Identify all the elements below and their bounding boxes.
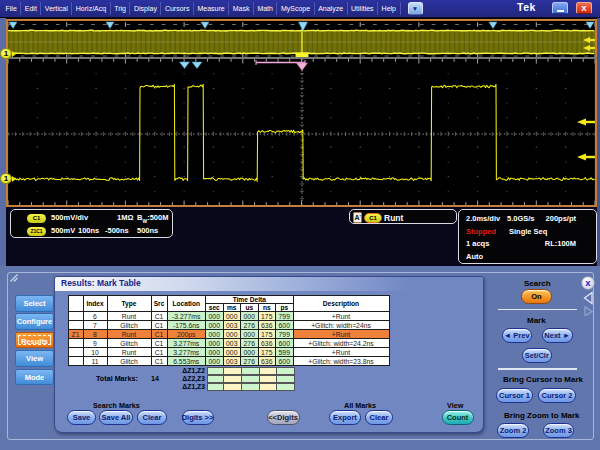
menu-item-help[interactable]: Help bbox=[378, 2, 400, 15]
menu-item-myscope[interactable]: MyScope bbox=[277, 2, 314, 15]
channel1-badge[interactable]: C1 bbox=[27, 214, 46, 223]
horizontal-readout-box[interactable]: 2.0ms/div5.0GS/s200ps/ptStoppedSingle Se… bbox=[458, 209, 597, 264]
trigger-mode: Auto bbox=[466, 252, 483, 261]
col-header-unit: ms bbox=[223, 304, 241, 312]
menu-item-file[interactable]: File bbox=[2, 2, 21, 15]
trigger-source-badge[interactable]: C1 bbox=[364, 213, 382, 223]
record-length: RL:100M bbox=[545, 239, 576, 248]
channel-impedance: 1MΩ bbox=[117, 213, 133, 222]
scope-display: 1 1 C1500mV/div1MΩBW:500MZ1C1500mV100ns-… bbox=[0, 17, 600, 266]
resize-grip-icon[interactable] bbox=[9, 273, 20, 284]
export-button[interactable]: Export bbox=[329, 410, 361, 425]
cursor2-button[interactable]: Cursor 2 bbox=[538, 388, 576, 403]
delta-zone-label: ΔZ1,Z2 bbox=[159, 367, 205, 374]
total-marks-value: 14 bbox=[151, 374, 159, 383]
col-header-type: Type bbox=[107, 296, 151, 312]
dialog-title: Results: Mark Table bbox=[55, 277, 483, 291]
col-header-unit: ps bbox=[276, 304, 294, 312]
zoom2-button[interactable]: Zoom 2 bbox=[497, 423, 529, 438]
delta-zone-row bbox=[207, 375, 295, 383]
menu-bar: FileEditVerticalHoriz/AcqTrigDisplayCurs… bbox=[0, 0, 600, 17]
mark-table-row[interactable]: 11GlitchC16.553ms000003276636600+Glitch:… bbox=[68, 357, 389, 366]
delta-zone-label: ΔZ2,Z3 bbox=[159, 375, 205, 382]
tab-mode[interactable]: Mode bbox=[15, 369, 54, 386]
clear-search-marks-button[interactable]: Clear bbox=[137, 410, 167, 425]
col-header-src: Src bbox=[151, 296, 167, 312]
delta-zone-row bbox=[207, 367, 295, 375]
acquisition-state: Stopped bbox=[466, 227, 496, 236]
count-button[interactable]: Count bbox=[442, 410, 474, 425]
main-waveform-window[interactable] bbox=[6, 58, 597, 207]
menu-item-horizacq[interactable]: Horiz/Acq bbox=[72, 2, 110, 15]
sample-resolution: 200ps/pt bbox=[546, 214, 576, 223]
menu-item-vertical[interactable]: Vertical bbox=[41, 2, 72, 15]
mark-table-row[interactable]: 10RuntC13.277ms000000000175599+Runt bbox=[68, 348, 389, 357]
channel-bandwidth: BW:500M bbox=[137, 213, 168, 224]
main-channel1-marker[interactable]: 1 bbox=[0, 173, 12, 184]
delta-zone-row bbox=[207, 383, 295, 391]
clear-all-marks-button[interactable]: Clear bbox=[365, 410, 393, 425]
cursor1-button[interactable]: Cursor 1 bbox=[496, 388, 533, 403]
next-mark-button[interactable]: Next ► bbox=[542, 328, 573, 343]
menu-item-display[interactable]: Display bbox=[130, 2, 161, 15]
panel-close-icon[interactable]: x bbox=[581, 276, 595, 290]
panel-collapse-arrow-icon[interactable] bbox=[580, 290, 596, 316]
menu-item-math[interactable]: Math bbox=[254, 2, 278, 15]
close-window-button[interactable]: X bbox=[576, 2, 592, 14]
tab-select[interactable]: Select bbox=[15, 295, 54, 312]
all-marks-label: All Marks bbox=[344, 401, 376, 410]
tab-view[interactable]: View bbox=[15, 350, 54, 367]
mark-table-row[interactable]: Z18RuntC1200ps000000000175799+Runt bbox=[68, 330, 389, 339]
trigger-readout-box[interactable]: A↑C1Runt bbox=[349, 209, 457, 224]
menu-item-edit[interactable]: Edit bbox=[21, 2, 41, 15]
menu-item-trig[interactable]: Trig bbox=[111, 2, 131, 15]
save-all-button[interactable]: Save All bbox=[99, 410, 133, 425]
mark-table[interactable]: IndexTypeSrcLocationTime DeltaDescriptio… bbox=[68, 295, 390, 366]
mark-table-row[interactable]: 9GlitchC13.277ms000003276636600+Glitch: … bbox=[68, 339, 389, 348]
channel-readout-box[interactable]: C1500mV/div1MΩBW:500MZ1C1500mV100ns-500n… bbox=[10, 209, 173, 238]
mark-label: Mark bbox=[527, 316, 546, 325]
col-header-unit: us bbox=[241, 304, 259, 312]
zoom-vscale: 500mV bbox=[51, 226, 75, 235]
view-label: View bbox=[447, 401, 463, 410]
save-button[interactable]: Save bbox=[67, 410, 96, 425]
menu-item-analyze[interactable]: Analyze bbox=[315, 2, 348, 15]
minimize-button[interactable] bbox=[552, 2, 568, 14]
set-clear-mark-button[interactable]: Set/Clr bbox=[522, 348, 552, 363]
digits-expand-button[interactable]: Digits >> bbox=[182, 410, 214, 425]
overview-waveform-window[interactable] bbox=[6, 19, 597, 58]
menu-item-mask[interactable]: Mask bbox=[229, 2, 254, 15]
mark-table-row[interactable]: 6RuntC1-3.277ms000000000175799+Runt bbox=[68, 312, 389, 321]
mark-table-row[interactable]: 7GlitchC1-175.6ns000003276636600+Glitch:… bbox=[68, 321, 389, 330]
search-marks-label: Search Marks bbox=[93, 401, 140, 410]
total-marks-label: Total Marks: bbox=[96, 374, 138, 383]
tab-results[interactable]: Results bbox=[15, 332, 54, 349]
digits-collapse-button[interactable]: <<Digits bbox=[267, 410, 300, 425]
zoom-position: -500ns bbox=[105, 226, 129, 235]
prev-mark-button[interactable]: ◄ Prev bbox=[502, 328, 533, 343]
tek-logo: Tek bbox=[517, 1, 547, 13]
menu-dropdown-button[interactable]: ▼ bbox=[408, 2, 423, 15]
delta-zone-label: ΔZ1,Z3 bbox=[159, 383, 205, 390]
menu-item-cursors[interactable]: Cursors bbox=[161, 2, 194, 15]
tab-configure[interactable]: Configure bbox=[15, 313, 54, 330]
trigger-type: Runt bbox=[384, 213, 403, 223]
col-header-time-delta: Time Delta bbox=[206, 296, 294, 304]
col-header-z bbox=[68, 296, 83, 312]
col-header-location: Location bbox=[167, 296, 206, 312]
zoom3-button[interactable]: Zoom 3 bbox=[543, 423, 574, 438]
col-header-description: Description bbox=[293, 296, 389, 312]
acquisition-count: 1 acqs bbox=[466, 239, 489, 248]
sample-rate: 5.0GS/s bbox=[507, 214, 535, 223]
menu-item-measure[interactable]: Measure bbox=[194, 2, 229, 15]
results-mark-table-dialog: Results: Mark Table IndexTypeSrcLocation… bbox=[54, 276, 484, 433]
acquisition-mode: Single Seq bbox=[509, 227, 547, 236]
zoom-tscale: 100ns bbox=[78, 226, 99, 235]
search-on-button[interactable]: On bbox=[521, 289, 552, 304]
horizontal-scale: 2.0ms/div bbox=[466, 214, 500, 223]
menu-item-utilities[interactable]: Utilities bbox=[348, 2, 379, 15]
zoom1-channel1-badge[interactable]: Z1C1 bbox=[27, 227, 46, 236]
bring-zoom-label: Bring Zoom to Mark bbox=[504, 411, 580, 420]
zoom-duration: 500ns bbox=[137, 226, 158, 235]
overview-channel1-marker[interactable]: 1 bbox=[0, 48, 12, 59]
